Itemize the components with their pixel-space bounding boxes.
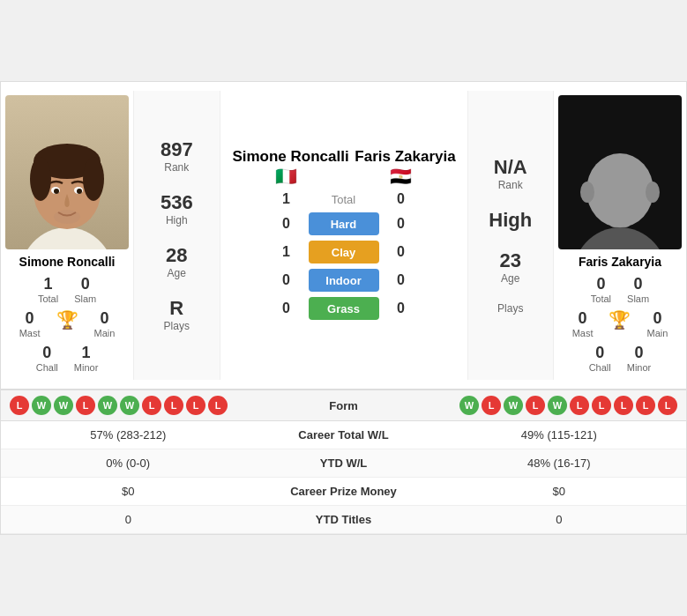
player-right-total: 0 Total: [591, 275, 611, 304]
left-rank-block: 897 Rank: [161, 138, 193, 174]
indoor-badge: Indoor: [309, 269, 379, 292]
right-high-block: High: [489, 209, 532, 232]
form-badge-w: W: [120, 396, 139, 415]
right-rank-value: N/A: [494, 156, 527, 179]
total-label: Total: [309, 193, 379, 206]
form-badge-l: L: [142, 396, 161, 415]
player-right: Faris Zakaryia 0 Total 0 Slam 0 Mast 🏆: [554, 91, 686, 380]
career-wl-row: 57% (283-212) Career Total W/L 49% (115-…: [1, 421, 686, 449]
right-rank-label: Rank: [494, 179, 527, 191]
player-right-photo: [558, 95, 682, 249]
form-badge-w: W: [98, 396, 117, 415]
svg-point-13: [586, 153, 653, 227]
left-plays-value: R: [164, 297, 190, 320]
player-right-minor: 0 Minor: [627, 344, 652, 373]
player-left: Simone Roncalli 1 Total 0 Slam 0 Mast 🏆: [1, 91, 133, 380]
clay-badge: Clay: [309, 241, 379, 263]
player-left-minor: 1 Minor: [74, 344, 99, 373]
player-left-mast: 0 Mast: [19, 309, 41, 338]
player-right-totals-row2: 0 Mast 🏆 0 Main: [572, 309, 668, 338]
player-left-photo: [5, 95, 129, 249]
titles-row: 0 YTD Titles 0: [1, 506, 686, 534]
svg-point-9: [77, 189, 82, 194]
player-left-name: Simone Roncalli: [19, 255, 116, 269]
left-high-value: 536: [161, 191, 193, 214]
right-rank-block: N/A Rank: [494, 156, 527, 191]
form-badge-l: L: [76, 396, 95, 415]
form-badge-l: L: [614, 396, 633, 415]
form-badge-l: L: [164, 396, 183, 415]
player-right-totals-row1: 0 Total 0 Slam: [591, 275, 649, 304]
player-right-main: 0 Main: [646, 309, 668, 338]
right-form-badges: WLWLWLLLLL: [397, 396, 678, 415]
left-age-block: 28 Age: [166, 244, 187, 279]
prize-right: $0: [441, 485, 678, 498]
form-badge-w: W: [504, 396, 523, 415]
player-right-slam: 0 Slam: [627, 275, 649, 304]
ytd-wl-row: 0% (0-0) YTD W/L 48% (16-17): [1, 449, 686, 478]
grass-badge: Grass: [309, 297, 379, 320]
total-right-score: 0: [388, 191, 414, 207]
form-badge-l: L: [482, 396, 501, 415]
left-age-value: 28: [166, 244, 187, 267]
hard-badge: Hard: [309, 212, 379, 235]
right-plays-label: Plays: [497, 302, 523, 315]
svg-point-14: [580, 182, 594, 203]
form-badge-l: L: [636, 396, 655, 415]
grass-left-score: 0: [273, 301, 300, 316]
trophy-icon-right: 🏆: [609, 309, 631, 338]
form-badge-l: L: [570, 396, 589, 415]
left-plays-label: Plays: [164, 320, 190, 332]
indoor-right-score: 0: [388, 272, 414, 288]
ytd-wl-right: 48% (16-17): [441, 456, 678, 470]
form-badge-l: L: [526, 396, 545, 415]
career-wl-label: Career Total W/L: [247, 428, 441, 442]
hard-row: 0 Hard 0: [273, 212, 414, 235]
svg-point-15: [646, 182, 660, 203]
right-age-block: 23 Age: [499, 249, 520, 285]
form-badge-l: L: [658, 396, 677, 415]
form-label: Form: [291, 399, 397, 412]
left-rank-value: 897: [161, 138, 193, 161]
ytd-wl-left: 0% (0-0): [10, 456, 247, 470]
svg-point-8: [54, 189, 59, 194]
total-left-score: 1: [273, 191, 300, 207]
left-age-label: Age: [166, 267, 187, 279]
right-flag: 🇪🇬: [344, 166, 459, 187]
trophy-icon-left: 🏆: [56, 309, 78, 338]
left-player-name-center: Simone Roncalli: [229, 148, 353, 166]
match-center: Simone Roncalli 🇮🇹 Faris Zakaryia 🇪🇬 1 T…: [220, 91, 467, 380]
grass-row: 0 Grass 0: [273, 297, 414, 320]
player-right-name: Faris Zakaryia: [579, 255, 661, 269]
stats-table: 57% (283-212) Career Total W/L 49% (115-…: [1, 420, 686, 534]
left-plays-block: R Plays: [164, 297, 190, 332]
left-form-badges: LWWLWWLLLL: [10, 396, 291, 415]
prize-row: $0 Career Prize Money $0: [1, 478, 686, 506]
career-wl-right: 49% (115-121): [441, 428, 678, 442]
right-high-value: High: [489, 209, 532, 232]
right-age-value: 23: [499, 249, 520, 272]
hard-left-score: 0: [273, 216, 300, 232]
form-badge-w: W: [548, 396, 567, 415]
titles-label: YTD Titles: [247, 513, 441, 526]
left-high-label: High: [161, 214, 193, 226]
player-right-chall: 0 Chall: [589, 344, 611, 373]
left-center-stats: 897 Rank 536 High 28 Age R Plays: [133, 91, 220, 380]
indoor-row: 0 Indoor 0: [273, 269, 414, 292]
player-left-totals-row1: 1 Total 0 Slam: [38, 275, 96, 304]
player-left-slam: 0 Slam: [74, 275, 96, 304]
player-left-main: 0 Main: [94, 309, 116, 338]
player-left-totals-row3: 0 Chall 1 Minor: [36, 344, 99, 373]
left-high-block: 536 High: [161, 191, 193, 226]
total-row: 1 Total 0: [273, 191, 414, 207]
form-badge-w: W: [459, 396, 479, 415]
prize-label: Career Prize Money: [247, 485, 441, 498]
clay-right-score: 0: [388, 244, 414, 260]
player-right-mast: 0 Mast: [572, 309, 594, 338]
svg-point-4: [30, 157, 51, 201]
player-left-chall: 0 Chall: [36, 344, 58, 373]
top-section: Simone Roncalli 1 Total 0 Slam 0 Mast 🏆: [1, 82, 686, 389]
prize-left: $0: [10, 485, 247, 498]
left-rank-label: Rank: [161, 161, 193, 174]
left-flag: 🇮🇹: [229, 166, 344, 187]
